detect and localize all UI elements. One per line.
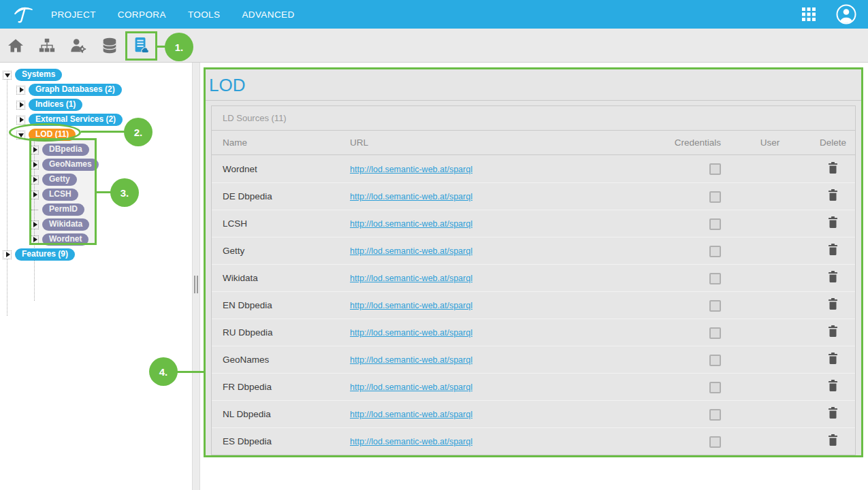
menu-advanced[interactable]: ADVANCED [242, 10, 294, 20]
source-name: RU Dbpedia [212, 327, 350, 338]
page-title: LOD [206, 69, 861, 101]
source-url-link[interactable]: http://lod.semantic-web.at/sparql [350, 219, 472, 229]
home-icon[interactable] [7, 35, 25, 56]
lod-panel: LOD LD Sources (11) Name URL Credentials… [204, 67, 863, 457]
toggle-triangle [6, 252, 10, 257]
delete-trash-icon[interactable] [828, 244, 838, 255]
credentials-checkbox[interactable] [709, 246, 721, 257]
source-url-link[interactable]: http://lod.semantic-web.at/sparql [350, 410, 472, 419]
poolparty-umbrella-logo [10, 2, 37, 27]
source-name: Wikidata [212, 273, 350, 283]
delete-trash-icon[interactable] [828, 271, 838, 282]
source-name: GeoNames [212, 355, 350, 365]
tree-node-systems[interactable]: Systems [0, 67, 192, 82]
table-row: EN Dbpedia http://lod.semantic-web.at/sp… [212, 291, 855, 318]
source-name: LCSH [212, 218, 350, 229]
table-row: Wikidata http://lod.semantic-web.at/spar… [212, 264, 855, 291]
main-menu: PROJECT CORPORA TOOLS ADVANCED [51, 10, 317, 20]
toggle-triangle [20, 87, 24, 93]
source-name: Wordnet [212, 164, 350, 174]
annotation-circle-2: 2. [124, 118, 152, 146]
delete-trash-icon[interactable] [828, 407, 838, 419]
toggle-triangle [5, 74, 10, 78]
delete-trash-icon[interactable] [828, 189, 838, 201]
source-url-link[interactable]: http://lod.semantic-web.at/sparql [350, 274, 472, 283]
toggle-triangle [20, 117, 24, 122]
credentials-checkbox[interactable] [709, 300, 721, 312]
source-url-link[interactable]: http://lod.semantic-web.at/sparql [350, 301, 472, 310]
tree-node-indices-1[interactable]: Indices (1) [0, 97, 192, 112]
source-url-link[interactable]: http://lod.semantic-web.at/sparql [350, 192, 472, 201]
tree-pill[interactable]: Indices (1) [29, 99, 82, 111]
source-url-link[interactable]: http://lod.semantic-web.at/sparql [350, 355, 472, 365]
user-avatar-icon[interactable] [835, 3, 857, 25]
delete-trash-icon[interactable] [828, 434, 838, 446]
sitemap-icon[interactable] [38, 35, 56, 56]
delete-trash-icon[interactable] [828, 353, 838, 364]
source-url-link[interactable]: http://lod.semantic-web.at/sparql [350, 246, 472, 256]
database-icon[interactable] [101, 35, 118, 56]
top-navbar: PROJECT CORPORA TOOLS ADVANCED [0, 0, 868, 29]
col-header-user: User [729, 137, 811, 148]
source-url-link[interactable]: http://lod.semantic-web.at/sparql [350, 382, 472, 392]
credentials-checkbox[interactable] [709, 382, 721, 393]
tree-node-features-9[interactable]: Features (9) [0, 247, 192, 262]
annotation-circle-4: 4. [149, 357, 178, 386]
ld-sources-table: LD Sources (11) Name URL Credentials Use… [211, 105, 856, 455]
credentials-checkbox[interactable] [709, 218, 721, 230]
delete-trash-icon[interactable] [828, 162, 838, 174]
credentials-checkbox[interactable] [709, 191, 721, 203]
source-url-link[interactable]: http://lod.semantic-web.at/sparql [350, 165, 472, 174]
tree-pill[interactable]: Systems [15, 69, 62, 81]
annotation-circle-1: 1. [165, 33, 193, 61]
collapse-arrow-icon[interactable] [3, 71, 12, 80]
menu-corpora[interactable]: CORPORA [118, 10, 166, 20]
table-row: DE Dbpedia http://lod.semantic-web.at/sp… [212, 182, 855, 210]
source-name: EN Dbpedia [212, 300, 350, 310]
delete-trash-icon[interactable] [828, 325, 838, 337]
col-header-delete: Delete [811, 137, 855, 148]
tree-node-graph-databases-2[interactable]: Graph Databases (2) [0, 82, 192, 97]
annotation-circle-3: 3. [110, 178, 139, 207]
expand-arrow-icon[interactable] [16, 116, 25, 125]
delete-trash-icon[interactable] [828, 216, 838, 228]
source-url-link[interactable]: http://lod.semantic-web.at/sparql [350, 328, 472, 338]
navbar-right [801, 3, 868, 25]
apps-grid-icon[interactable] [801, 7, 816, 22]
credentials-checkbox[interactable] [709, 273, 721, 284]
annotation-line-3 [97, 191, 111, 193]
app-window: PROJECT CORPORA TOOLS ADVANCED [0, 0, 868, 490]
tree-pill[interactable]: Features (9) [15, 248, 75, 261]
table-row: LCSH http://lod.semantic-web.at/sparql [212, 210, 855, 237]
table-header-row: Name URL Credentials User Delete [212, 131, 855, 155]
col-header-name: Name [212, 137, 350, 148]
expand-arrow-icon[interactable] [16, 86, 25, 95]
sidebar-splitter[interactable] [192, 63, 200, 490]
credentials-checkbox[interactable] [709, 355, 721, 366]
delete-trash-icon[interactable] [828, 298, 838, 310]
menu-project[interactable]: PROJECT [51, 10, 96, 20]
credentials-checkbox[interactable] [709, 409, 721, 421]
delete-trash-icon[interactable] [828, 380, 838, 391]
menu-tools[interactable]: TOOLS [188, 10, 221, 20]
col-header-credentials: Credentials [654, 137, 729, 148]
expand-arrow-icon[interactable] [16, 101, 25, 110]
tree-pill[interactable]: Graph Databases (2) [29, 84, 122, 96]
table-row: Wordnet http://lod.semantic-web.at/sparq… [212, 155, 855, 182]
source-name: FR Dbpedia [212, 382, 350, 392]
credentials-checkbox[interactable] [709, 327, 721, 339]
user-settings-icon[interactable] [69, 35, 87, 56]
source-name: NL Dbpedia [212, 409, 350, 419]
splitter-grip-icon[interactable] [194, 276, 198, 293]
credentials-checkbox[interactable] [709, 163, 721, 175]
credentials-checkbox[interactable] [709, 436, 721, 448]
section-title: LD Sources (11) [212, 106, 855, 131]
table-row: ES Dbpedia http://lod.semantic-web.at/sp… [212, 427, 855, 455]
expand-arrow-icon[interactable] [3, 250, 12, 259]
table-row: RU Dbpedia http://lod.semantic-web.at/sp… [212, 318, 855, 346]
source-url-link[interactable]: http://lod.semantic-web.at/sparql [350, 437, 472, 446]
toggle-triangle [20, 102, 24, 108]
annotation-line-2 [81, 131, 125, 133]
annotation-line-4 [177, 371, 204, 373]
table-row: FR Dbpedia http://lod.semantic-web.at/sp… [212, 373, 855, 400]
